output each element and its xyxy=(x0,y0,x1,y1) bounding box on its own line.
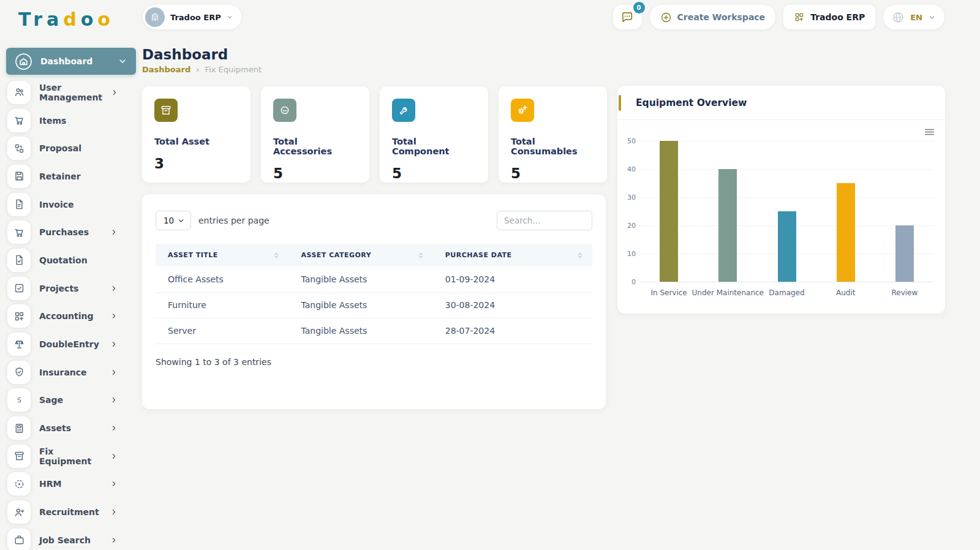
chevron-down-icon xyxy=(928,13,936,21)
equipment-overview-card: Equipment Overview 01020304050In Service… xyxy=(617,86,945,314)
cogs-icon xyxy=(516,104,529,116)
sidebar-item[interactable]: Insurance xyxy=(6,358,136,386)
y-tick-label: 40 xyxy=(620,165,636,173)
chart-menu-icon[interactable] xyxy=(924,126,935,138)
sidebar-item[interactable]: Accounting xyxy=(6,303,136,331)
table-header-cell[interactable]: ASSET TITLE xyxy=(156,244,288,266)
plus-circle-icon xyxy=(660,12,672,23)
stat-label: Total Consumables xyxy=(511,137,595,156)
bar-audit[interactable] xyxy=(837,183,855,282)
asset-category-cell: Tangible Assets xyxy=(288,266,432,292)
building-icon xyxy=(145,7,165,27)
breadcrumb-dashboard[interactable]: Dashboard xyxy=(142,65,190,74)
chevron-right-icon xyxy=(110,537,118,544)
sidebar-item[interactable]: Quotation xyxy=(6,246,136,274)
sidebar-item-label: Assets xyxy=(39,423,71,433)
chevron-right-icon xyxy=(110,369,118,376)
chevron-down-icon xyxy=(227,14,233,20)
chevron-right-icon xyxy=(110,285,118,292)
asset-title-cell: Furniture xyxy=(156,292,288,318)
asset-category-cell: Tangible Assets xyxy=(288,292,432,318)
sidebar-item-label: Projects xyxy=(39,284,78,293)
sidebar-item[interactable]: Invoice xyxy=(6,190,136,219)
grid-plus-icon xyxy=(794,12,805,23)
bar-column: Under Maintenance xyxy=(698,141,757,282)
bar-under-maintenance[interactable] xyxy=(718,169,737,282)
table-row[interactable]: Furniture Tangible Assets 30-08-2024 xyxy=(156,292,592,318)
title-accent-bar xyxy=(619,95,621,111)
briefcase-icon xyxy=(13,534,25,546)
sidebar-item[interactable]: Items xyxy=(6,107,136,135)
scales-icon xyxy=(13,339,25,350)
wrench-icon xyxy=(398,104,410,116)
table-footer-info: Showing 1 to 3 of 3 entries xyxy=(156,357,592,367)
user-plus-icon xyxy=(13,507,25,518)
asset-title-cell: Office Assets xyxy=(156,266,288,292)
bar-column: In Service xyxy=(639,141,698,282)
chevron-right-icon xyxy=(110,453,118,460)
sidebar-item[interactable]: HRM xyxy=(6,470,136,499)
search-input[interactable] xyxy=(497,211,592,230)
chevron-right-icon xyxy=(110,312,118,320)
sidebar-item-dashboard[interactable]: Dashboard xyxy=(6,48,136,75)
sidebar-item[interactable]: S Sage xyxy=(6,386,136,415)
sidebar-item[interactable]: Assets xyxy=(6,414,136,442)
sidebar-item[interactable]: Recruitment xyxy=(6,498,136,526)
bar-review[interactable] xyxy=(895,225,914,282)
sidebar-item-label: User Management xyxy=(39,83,102,102)
y-tick-label: 0 xyxy=(620,278,636,286)
table-header-cell[interactable]: ASSET CATEGORY xyxy=(288,244,432,266)
sidebar-item[interactable]: Proposal xyxy=(6,134,136,162)
dots-circle-icon xyxy=(13,478,25,490)
chevron-right-icon xyxy=(110,508,118,516)
chat-button[interactable]: 0 xyxy=(613,5,642,29)
logo-letter: o xyxy=(97,9,115,30)
breadcrumb-current-page: Fix Equipment xyxy=(205,65,262,74)
asset-category-cell: Tangible Assets xyxy=(288,318,432,344)
letter-s-icon: S xyxy=(13,394,25,406)
users-icon xyxy=(13,86,25,98)
stat-label: Total Accessories xyxy=(273,137,357,156)
x-tick-label: In Service xyxy=(650,288,687,297)
sidebar-item[interactable]: User Management xyxy=(6,78,136,107)
sidebar-item[interactable]: Fix Equipment xyxy=(6,442,136,470)
sidebar-item[interactable]: Purchases xyxy=(6,218,136,246)
table-row[interactable]: Server Tangible Assets 28-07-2024 xyxy=(156,318,592,344)
workspace-switcher[interactable]: Tradoo ERP xyxy=(143,5,241,29)
sort-icon[interactable] xyxy=(576,252,584,259)
table-body: Office Assets Tangible Assets 01-09-2024… xyxy=(156,266,592,344)
page-size-select[interactable]: 10 xyxy=(156,211,191,230)
cart-icon xyxy=(13,227,25,238)
chevron-right-icon xyxy=(110,341,118,348)
stat-value: 3 xyxy=(154,156,238,171)
logo-letter: d xyxy=(63,9,80,30)
sidebar-item-label: Proposal xyxy=(39,143,81,153)
workspace-erp-label: Tradoo ERP xyxy=(810,12,865,22)
sort-icon[interactable] xyxy=(273,252,280,259)
sort-icon[interactable] xyxy=(417,252,424,259)
globe-icon xyxy=(892,11,905,24)
language-code: EN xyxy=(910,13,922,22)
sidebar-item[interactable]: Retainer xyxy=(6,162,136,190)
stat-cards: Total Asset 3 Total Accessories 5 Total … xyxy=(142,86,607,183)
sidebar-item[interactable]: DoubleEntry xyxy=(6,330,136,358)
bar-damaged[interactable] xyxy=(778,211,796,282)
sidebar-item-label: Recruitment xyxy=(39,507,99,517)
sidebar-item[interactable]: Projects xyxy=(6,274,136,303)
sidebar-item-label: Quotation xyxy=(39,255,88,265)
asset-title-cell: Server xyxy=(156,318,288,344)
bar-in-service[interactable] xyxy=(660,141,678,282)
language-selector[interactable]: EN xyxy=(883,5,944,29)
x-tick-label: Damaged xyxy=(769,288,804,297)
table-header-cell[interactable]: PURCHASE DATE xyxy=(433,244,592,266)
sidebar-item-label: Insurance xyxy=(39,367,87,377)
bars: In ServiceUnder MaintenanceDamagedAuditR… xyxy=(639,141,934,282)
bar-column: Audit xyxy=(816,141,875,282)
bar-column: Review xyxy=(875,141,934,282)
sidebar-item[interactable]: Job Search xyxy=(6,526,136,550)
table-row[interactable]: Office Assets Tangible Assets 01-09-2024 xyxy=(156,266,592,292)
create-workspace-button[interactable]: Create Workspace xyxy=(650,5,776,29)
workspace-erp-button[interactable]: Tradoo ERP xyxy=(783,5,875,29)
topbar-actions: 0 Create Workspace Tradoo ERP EN xyxy=(613,5,944,29)
check-square-icon xyxy=(13,282,25,294)
